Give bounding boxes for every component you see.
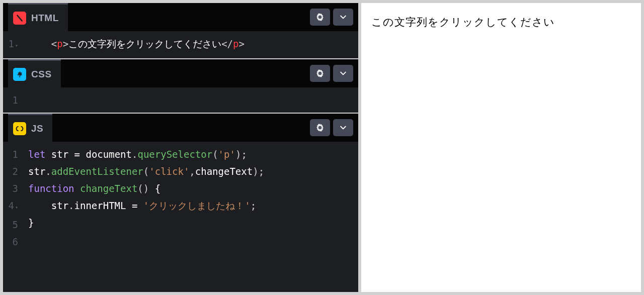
chevron-down-icon [339,124,347,132]
html-header: HTML [3,3,358,31]
js-code: let str = document.querySelector('p');st… [28,146,358,250]
chevron-down-icon [339,13,347,21]
css-icon: ✱ [13,68,26,81]
css-title: CSS [31,69,52,80]
preview-paragraph[interactable]: この文字列をクリックしてください [371,15,631,29]
html-section: HTML 1 <p>この文字列をクリックしてください</p> [3,3,358,58]
js-section: JS 1 2 3 4 5 6 let str = document.queryS… [3,114,358,292]
css-editor[interactable]: 1 [3,87,358,113]
html-editor[interactable]: 1 <p>この文字列をクリックしてください</p> [3,31,358,58]
css-gutter: 1 [3,91,28,109]
js-header: JS [3,114,358,142]
gear-icon [316,69,324,77]
css-settings-button[interactable] [310,65,330,82]
preview-panel: この文字列をクリックしてください [361,3,641,292]
gear-icon [316,13,324,21]
css-header: ✱ CSS [3,59,358,87]
js-editor[interactable]: 1 2 3 4 5 6 let str = document.querySele… [3,142,358,254]
js-icon [13,122,26,135]
css-collapse-button[interactable] [333,65,353,82]
css-code [28,91,358,109]
svg-text:✱: ✱ [18,71,22,77]
gear-icon [316,124,324,132]
chevron-down-icon [339,69,347,77]
js-title: JS [31,123,43,134]
svg-point-2 [319,72,320,74]
editor-panel: HTML 1 <p>この文字列をクリックしてください</p> ✱ [3,3,358,292]
css-section: ✱ CSS 1 [3,59,358,113]
html-gutter: 1 [3,35,28,54]
html-collapse-button[interactable] [333,9,353,26]
js-tab[interactable]: JS [8,114,52,142]
svg-point-0 [319,16,320,18]
css-tab[interactable]: ✱ CSS [8,59,61,87]
html-tab[interactable]: HTML [8,3,68,31]
html-icon [13,12,26,25]
js-collapse-button[interactable] [333,119,353,136]
html-settings-button[interactable] [310,9,330,26]
svg-point-3 [319,127,320,128]
html-title: HTML [31,13,59,24]
js-settings-button[interactable] [310,119,330,136]
js-gutter: 1 2 3 4 5 6 [3,146,28,250]
html-code: <p>この文字列をクリックしてください</p> [28,35,358,54]
